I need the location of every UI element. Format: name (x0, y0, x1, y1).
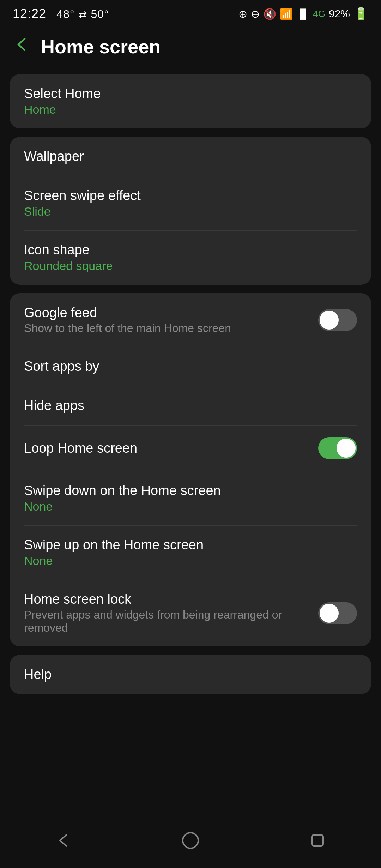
google-feed-toggle[interactable] (318, 309, 357, 331)
appearance-card: Wallpaper Screen swipe effect Slide Icon… (10, 137, 371, 285)
help-label: Help (24, 667, 357, 682)
icon-shape-label: Icon shape (24, 242, 357, 258)
swipe-up-item[interactable]: Swipe up on the Home screen None (10, 525, 371, 580)
swipe-down-text: Swipe down on the Home screen None (24, 483, 357, 513)
loop-home-toggle[interactable] (318, 437, 357, 459)
swipe-up-value: None (24, 554, 357, 568)
home-lock-text: Home screen lock Prevent apps and widget… (24, 592, 318, 634)
back-button[interactable] (13, 35, 31, 58)
screen-swipe-text: Screen swipe effect Slide (24, 188, 357, 218)
nav-home-button[interactable] (181, 831, 200, 854)
status-bar: 12:22 48° ⇄ 50° ⊕ ⊖ 🔇 📶 ▐▌ 4G 92% 🔋 (0, 0, 381, 25)
time: 12:22 (13, 6, 46, 21)
battery-icon: 🔋 (353, 7, 368, 21)
temp2: 50° (91, 8, 109, 20)
swipe-down-item[interactable]: Swipe down on the Home screen None (10, 471, 371, 525)
minus-icon: ⊖ (251, 8, 260, 20)
loop-home-knob (337, 439, 356, 458)
add-icon: ⊕ (238, 8, 247, 20)
select-home-text: Select Home Home (24, 86, 357, 116)
swipe-down-value: None (24, 500, 357, 513)
page-title: Home screen (41, 36, 161, 58)
sort-apps-text: Sort apps by (24, 359, 357, 374)
google-feed-text: Google feed Show to the left of the main… (24, 305, 318, 335)
hide-apps-text: Hide apps (24, 398, 357, 413)
home-lock-knob (320, 604, 339, 623)
home-lock-label: Home screen lock (24, 592, 318, 607)
signal-icon: ▐▌ (296, 8, 309, 19)
help-card: Help (10, 655, 371, 694)
hide-apps-item[interactable]: Hide apps (10, 386, 371, 425)
home-lock-sub: Prevent apps and widgets from being rear… (24, 608, 318, 634)
select-home-label: Select Home (24, 86, 357, 101)
home-lock-item[interactable]: Home screen lock Prevent apps and widget… (10, 580, 371, 646)
header: Home screen (0, 25, 381, 68)
svg-point-0 (183, 833, 198, 848)
google-feed-label: Google feed (24, 305, 318, 320)
select-home-item[interactable]: Select Home Home (10, 74, 371, 128)
select-home-value: Home (24, 103, 357, 116)
select-home-card: Select Home Home (10, 74, 371, 128)
home-lock-toggle[interactable] (318, 602, 357, 624)
sort-apps-item[interactable]: Sort apps by (10, 347, 371, 386)
loop-home-item[interactable]: Loop Home screen (10, 425, 371, 471)
help-item[interactable]: Help (10, 655, 371, 694)
mute-icon: 🔇 (263, 8, 276, 20)
hide-apps-label: Hide apps (24, 398, 357, 413)
sort-apps-label: Sort apps by (24, 359, 357, 374)
loop-home-text: Loop Home screen (24, 441, 318, 456)
nav-recents-button[interactable] (308, 831, 327, 854)
screen-swipe-value: Slide (24, 205, 357, 218)
temp1: 48° (56, 8, 74, 20)
battery-percent: 92% (329, 8, 350, 20)
wallpaper-text: Wallpaper (24, 149, 357, 164)
status-time-temp: 12:22 48° ⇄ 50° (13, 6, 109, 21)
wallpaper-item[interactable]: Wallpaper (10, 137, 371, 176)
nav-back-button[interactable] (54, 831, 73, 854)
settings-content: Select Home Home Wallpaper Screen swipe … (0, 68, 381, 761)
swipe-down-label: Swipe down on the Home screen (24, 483, 357, 498)
nav-bar (0, 821, 381, 868)
icon-shape-text: Icon shape Rounded square (24, 242, 357, 273)
status-icons: ⊕ ⊖ 🔇 📶 ▐▌ 4G 92% 🔋 (238, 7, 368, 21)
svg-rect-1 (312, 835, 323, 846)
swipe-up-label: Swipe up on the Home screen (24, 537, 357, 553)
google-feed-knob (320, 311, 339, 330)
lte-icon: 4G (313, 8, 325, 19)
swipe-up-text: Swipe up on the Home screen None (24, 537, 357, 568)
google-feed-item[interactable]: Google feed Show to the left of the main… (10, 293, 371, 347)
google-feed-sub: Show to the left of the main Home screen (24, 322, 318, 335)
icon-shape-item[interactable]: Icon shape Rounded square (10, 230, 371, 285)
wallpaper-label: Wallpaper (24, 149, 357, 164)
settings-card: Google feed Show to the left of the main… (10, 293, 371, 646)
loop-home-label: Loop Home screen (24, 441, 318, 456)
nav-indicator: ⇄ (79, 9, 87, 20)
screen-swipe-item[interactable]: Screen swipe effect Slide (10, 176, 371, 230)
wifi-icon: 📶 (280, 8, 293, 20)
icon-shape-value: Rounded square (24, 259, 357, 273)
screen-swipe-label: Screen swipe effect (24, 188, 357, 203)
help-text: Help (24, 667, 357, 682)
